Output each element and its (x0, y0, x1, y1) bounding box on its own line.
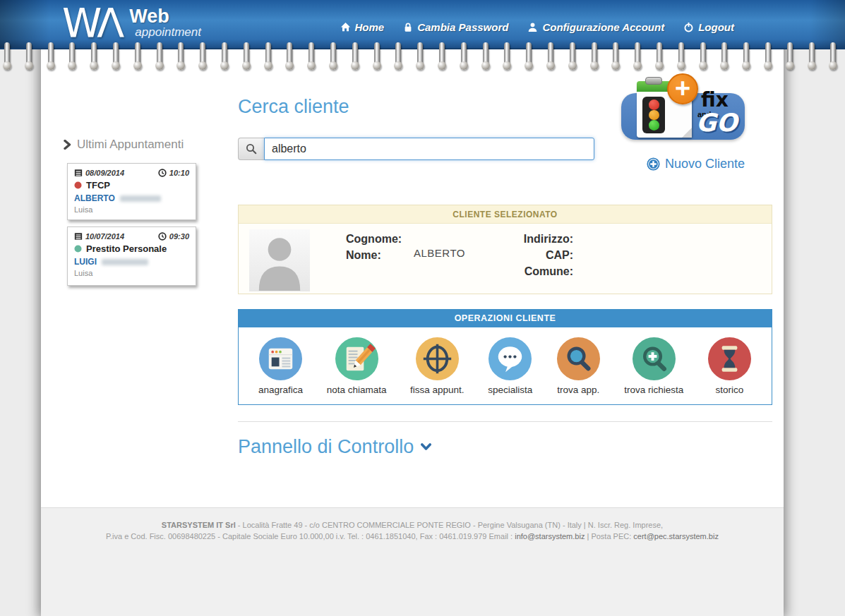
app-logo[interactable]: WΛ Web appointment (62, 1, 201, 45)
operation-label: nota chiamata (327, 385, 387, 395)
appointment-date: 08/09/2014 (85, 169, 124, 177)
traffic-light-icon (642, 97, 665, 133)
redacted-surname (120, 195, 161, 202)
search-icon (246, 143, 257, 155)
search-icon (556, 337, 601, 381)
company-name: STARSYSTEM IT Srl (162, 521, 236, 529)
add-circle-icon (647, 157, 660, 171)
profile-card-icon (258, 337, 303, 381)
logo-monogram: WΛ (62, 1, 119, 45)
address-label: Indirizzo: (514, 231, 573, 247)
target-icon (415, 337, 460, 381)
operation-nota-chiamata[interactable]: nota chiamata (327, 337, 387, 395)
sidebar-title-label: Ultimi Appuntamenti (77, 138, 184, 152)
plus-badge-icon: + (667, 73, 698, 104)
nav-cambia-password-label: Cambia Password (417, 21, 508, 33)
search-input[interactable] (264, 138, 594, 160)
calendar-icon (74, 169, 83, 177)
power-icon (683, 22, 694, 32)
cap-label: CAP: (514, 247, 573, 263)
nav-logout-label: Logout (698, 21, 734, 33)
operation-label: anagrafica (258, 385, 303, 395)
operation-trova-appuntamento[interactable]: trova app. (556, 337, 601, 395)
appointment-time: 10:10 (169, 169, 189, 177)
client-avatar (249, 229, 310, 291)
surname-label: Cognome: (346, 231, 402, 247)
status-dot-icon (74, 245, 82, 253)
operation-label: specialista (488, 385, 532, 395)
nav-configurazione-account[interactable]: Configurazione Account (527, 21, 664, 33)
appointment-operator: Luisa (74, 205, 189, 214)
appointment-service: Prestito Personale (86, 243, 167, 254)
clock-icon (158, 232, 167, 241)
appointment-time: 09:30 (169, 232, 189, 241)
appointment-card[interactable]: 10/07/2014 09:30 Prestito Personale LUIG… (67, 227, 196, 286)
operation-label: fissa appunt. (410, 385, 465, 395)
footer-line-1: STARSYSTEM IT Srl - Località Fratte 49 -… (41, 519, 784, 531)
operation-specialista[interactable]: specialista (488, 337, 532, 395)
top-header: WΛ Web appointment Home Cambia Password … (0, 0, 845, 49)
web-appointment-app: WΛ Web appointment Home Cambia Password … (0, 0, 845, 616)
operation-storico[interactable]: storico (707, 337, 752, 395)
redacted-surname (102, 259, 148, 265)
footer-line-2: P.iva e Cod. Fisc. 00698480225 - Capital… (41, 531, 784, 542)
page-footer: STARSYSTEM IT Srl - Località Fratte 49 -… (41, 507, 784, 616)
name-label: Nome: (346, 247, 402, 263)
selected-client-panel: CLIENTE SELEZIONATO Cognome: Nome: ALBER… (238, 205, 772, 294)
logo-subtitle: appointment (135, 25, 201, 40)
page-title-cerca-cliente: Cerca cliente (238, 96, 349, 118)
search-plus-icon (632, 337, 676, 381)
nav-home[interactable]: Home (340, 21, 385, 33)
control-panel-title: Pannello di Controllo (238, 436, 414, 458)
nuovo-cliente-label: Nuovo Cliente (665, 157, 745, 171)
chevron-down-icon (421, 443, 431, 451)
selected-client-panel-title: CLIENTE SELEZIONATO (239, 205, 772, 224)
appointment-client-name: ALBERTO (74, 193, 115, 203)
calendar-icon (74, 232, 83, 241)
hourglass-icon (707, 337, 752, 381)
email-link[interactable]: info@starsystem.biz (515, 532, 585, 540)
section-divider (238, 421, 772, 422)
operation-label: trova app. (557, 385, 599, 395)
lock-icon (403, 22, 413, 32)
sidebar-title: Ultimi Appuntamenti (64, 138, 184, 152)
fixgo-go-label: GO (696, 109, 737, 137)
appointment-client-name: LUIGI (74, 257, 97, 267)
home-icon (340, 22, 351, 32)
client-operations-panel-title: OPERAZIONI CLIENTE (239, 310, 772, 327)
main-nav: Home Cambia Password Configurazione Acco… (340, 21, 735, 33)
fix-and-go-banner[interactable]: + fix and GO (621, 93, 745, 140)
control-panel-toggle[interactable]: Pannello di Controllo (238, 436, 431, 458)
operation-trova-richiesta[interactable]: trova richiesta (624, 337, 683, 395)
operation-label: trova richiesta (624, 385, 683, 395)
clock-icon (158, 169, 167, 177)
chat-bubble-icon (488, 337, 532, 381)
operation-label: storico (716, 385, 744, 395)
nuovo-cliente-link[interactable]: Nuovo Cliente (647, 157, 745, 171)
appointment-date: 10/07/2014 (85, 232, 124, 241)
logo-title: Web (129, 7, 201, 25)
appointment-card[interactable]: 08/09/2014 10:10 TFCP ALBERTO Luisa (67, 163, 196, 220)
status-dot-icon (74, 181, 82, 189)
client-search (238, 138, 594, 160)
nav-cambia-password[interactable]: Cambia Password (403, 21, 508, 33)
operation-anagrafica[interactable]: anagrafica (258, 337, 303, 395)
user-icon (527, 22, 538, 32)
chevron-right-icon (64, 140, 71, 150)
nav-configurazione-account-label: Configurazione Account (542, 21, 664, 33)
pec-link[interactable]: cert@pec.starsystem.biz (633, 532, 719, 540)
client-operations-panel: OPERAZIONI CLIENTE anagrafica (238, 309, 772, 405)
appointment-operator: Luisa (74, 269, 189, 277)
appointment-service: TFCP (86, 180, 110, 191)
note-pencil-icon (335, 337, 379, 381)
operation-fissa-appuntamento[interactable]: fissa appunt. (410, 337, 465, 395)
nav-logout[interactable]: Logout (683, 21, 734, 33)
search-button[interactable] (238, 138, 264, 160)
person-silhouette-icon (249, 229, 310, 291)
client-name-value: ALBERTO (414, 247, 465, 259)
nav-home-label: Home (355, 21, 385, 33)
town-label: Comune: (514, 263, 573, 279)
